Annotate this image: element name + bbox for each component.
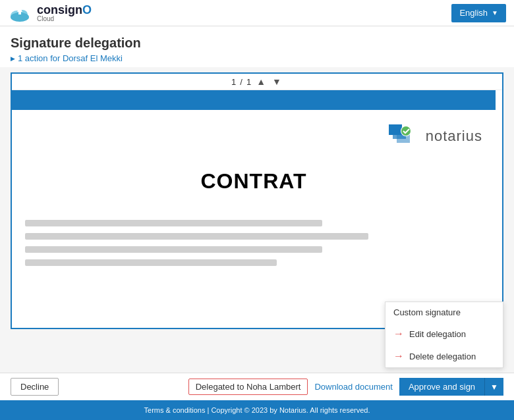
custom-signature-label: Custom signature: [393, 307, 461, 317]
page-number-current: 1: [231, 77, 236, 87]
doc-line: [25, 233, 368, 240]
language-selector[interactable]: English ▼: [451, 4, 506, 22]
page-sep: /: [240, 77, 243, 87]
delete-delegation-label: Delete delegation: [409, 352, 476, 361]
page-number-total: 1: [246, 77, 251, 87]
document-viewer: 1 / 1 ▲ ▼ notarius CONTRAT: [11, 72, 503, 329]
doc-line: [25, 259, 277, 266]
doc-inner: notarius CONTRAT: [12, 90, 496, 286]
doc-lines: [25, 220, 482, 266]
notarius-brand-text: notarius: [426, 128, 482, 145]
doc-blue-bar: [12, 90, 496, 110]
doc-toolbar: 1 / 1 ▲ ▼: [12, 74, 502, 90]
doc-line: [25, 220, 322, 226]
approve-sign-button[interactable]: Approve and sign: [399, 378, 485, 396]
edit-delegation-label: Edit delegation: [409, 329, 466, 339]
app-footer: Terms & conditions | Copyright © 2023 by…: [0, 400, 514, 420]
decline-button[interactable]: Decline: [11, 378, 59, 396]
arrow-icon: →: [393, 328, 404, 340]
page-title: Signature delegation: [11, 36, 503, 51]
approve-sign-group: Approve and sign ▼: [399, 378, 503, 396]
dropdown-item-custom-signature[interactable]: Custom signature: [386, 302, 503, 323]
logo-sub: Cloud: [37, 16, 92, 22]
notarius-logo-area: notarius: [25, 123, 482, 149]
page-header: Signature delegation 1 action for Dorsaf…: [0, 26, 514, 67]
page-down-button[interactable]: ▼: [271, 76, 283, 87]
svg-point-9: [401, 126, 411, 136]
arrow-icon: →: [393, 350, 404, 362]
approve-dropdown-button[interactable]: ▼: [485, 378, 503, 396]
page-up-button[interactable]: ▲: [255, 76, 267, 87]
chevron-down-icon: ▼: [492, 9, 498, 16]
app-logo-icon: [8, 1, 32, 25]
bottom-right-actions: Delegated to Noha Lambert Download docum…: [188, 378, 503, 396]
approve-dropdown-menu: Custom signature → Edit delegation → Del…: [385, 302, 503, 368]
dropdown-item-delete-delegation[interactable]: → Delete delegation: [386, 345, 503, 367]
logo-text: consignO Cloud: [37, 4, 92, 22]
action-link[interactable]: 1 action for Dorsaf El Mekki: [11, 53, 503, 63]
delegated-badge: Delegated to Noha Lambert: [188, 379, 308, 395]
bottom-action-bar: Decline Delegated to Noha Lambert Downlo…: [0, 373, 514, 400]
app-header: consignO Cloud English ▼: [0, 0, 514, 26]
notarius-icon: [387, 123, 420, 149]
svg-rect-4: [18, 11, 21, 14]
doc-content[interactable]: notarius CONTRAT: [12, 90, 502, 325]
doc-title: CONTRAT: [25, 169, 482, 194]
doc-line: [25, 246, 322, 253]
dropdown-item-edit-delegation[interactable]: → Edit delegation: [386, 323, 503, 345]
logo-area: consignO Cloud: [8, 1, 92, 25]
footer-text: Terms & conditions | Copyright © 2023 by…: [144, 406, 370, 414]
download-document-link[interactable]: Download document: [314, 382, 393, 392]
